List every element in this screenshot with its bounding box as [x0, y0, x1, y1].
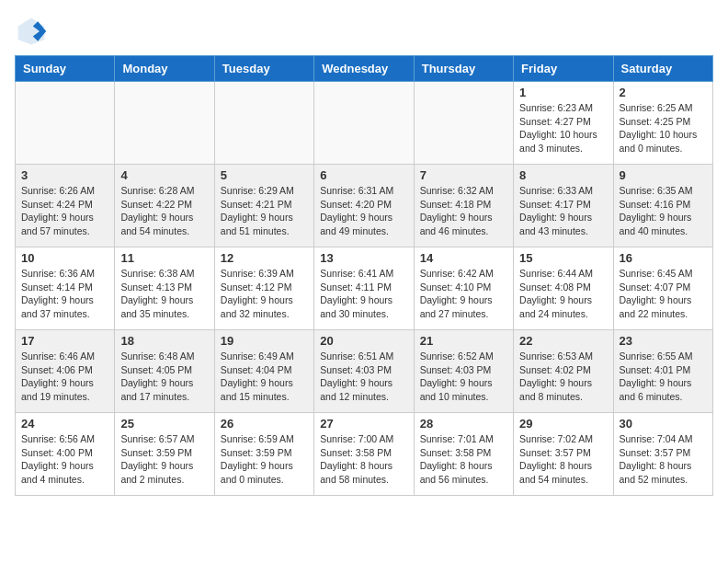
column-header-friday: Friday	[514, 56, 613, 82]
day-cell: 28Sunrise: 7:01 AMSunset: 3:58 PMDayligh…	[414, 413, 513, 496]
day-cell: 27Sunrise: 7:00 AMSunset: 3:58 PMDayligh…	[314, 413, 414, 496]
day-cell: 5Sunrise: 6:29 AMSunset: 4:21 PMDaylight…	[214, 165, 313, 247]
column-header-thursday: Thursday	[414, 56, 513, 82]
day-number: 25	[120, 417, 208, 431]
week-row-3: 10Sunrise: 6:36 AMSunset: 4:14 PMDayligh…	[16, 247, 713, 330]
week-row-5: 24Sunrise: 6:56 AMSunset: 4:00 PMDayligh…	[16, 413, 713, 496]
day-cell: 8Sunrise: 6:33 AMSunset: 4:17 PMDaylight…	[514, 165, 613, 247]
day-cell	[115, 82, 214, 165]
day-cell	[314, 82, 414, 165]
day-number: 3	[21, 168, 108, 182]
day-number: 11	[120, 251, 208, 265]
logo-icon	[15, 15, 48, 48]
day-cell: 4Sunrise: 6:28 AMSunset: 4:22 PMDaylight…	[115, 165, 214, 247]
day-number: 10	[21, 251, 108, 265]
day-cell: 26Sunrise: 6:59 AMSunset: 3:59 PMDayligh…	[214, 413, 313, 496]
day-cell: 22Sunrise: 6:53 AMSunset: 4:02 PMDayligh…	[514, 330, 613, 413]
day-info: Sunrise: 6:36 AMSunset: 4:14 PMDaylight:…	[21, 267, 108, 321]
day-number: 29	[519, 417, 607, 431]
day-info: Sunrise: 6:48 AMSunset: 4:05 PMDaylight:…	[120, 350, 208, 404]
day-number: 27	[320, 417, 407, 431]
day-number: 16	[620, 251, 707, 265]
day-number: 12	[221, 251, 308, 265]
week-row-1: 1Sunrise: 6:23 AMSunset: 4:27 PMDaylight…	[16, 82, 713, 165]
calendar-table: SundayMondayTuesdayWednesdayThursdayFrid…	[15, 55, 713, 496]
day-cell: 7Sunrise: 6:32 AMSunset: 4:18 PMDaylight…	[414, 165, 513, 247]
day-info: Sunrise: 7:00 AMSunset: 3:58 PMDaylight:…	[320, 432, 407, 487]
day-info: Sunrise: 6:23 AMSunset: 4:27 PMDaylight:…	[519, 101, 607, 155]
day-info: Sunrise: 6:25 AMSunset: 4:25 PMDaylight:…	[620, 101, 707, 155]
day-cell	[414, 82, 513, 165]
day-info: Sunrise: 6:31 AMSunset: 4:20 PMDaylight:…	[320, 184, 407, 238]
day-info: Sunrise: 6:52 AMSunset: 4:03 PMDaylight:…	[420, 350, 507, 404]
day-cell: 15Sunrise: 6:44 AMSunset: 4:08 PMDayligh…	[514, 247, 613, 330]
day-info: Sunrise: 6:32 AMSunset: 4:18 PMDaylight:…	[420, 184, 507, 238]
day-info: Sunrise: 6:28 AMSunset: 4:22 PMDaylight:…	[120, 184, 208, 238]
day-cell: 6Sunrise: 6:31 AMSunset: 4:20 PMDaylight…	[314, 165, 414, 247]
day-number: 14	[420, 251, 507, 265]
day-info: Sunrise: 6:44 AMSunset: 4:08 PMDaylight:…	[519, 267, 607, 321]
day-number: 18	[120, 334, 208, 348]
day-info: Sunrise: 6:41 AMSunset: 4:11 PMDaylight:…	[320, 267, 407, 321]
day-info: Sunrise: 6:42 AMSunset: 4:10 PMDaylight:…	[420, 267, 507, 321]
day-number: 15	[519, 251, 607, 265]
day-cell: 10Sunrise: 6:36 AMSunset: 4:14 PMDayligh…	[16, 247, 115, 330]
column-header-saturday: Saturday	[613, 56, 712, 82]
day-info: Sunrise: 6:56 AMSunset: 4:00 PMDaylight:…	[21, 432, 108, 487]
day-number: 4	[120, 168, 208, 182]
day-cell: 1Sunrise: 6:23 AMSunset: 4:27 PMDaylight…	[514, 82, 613, 165]
day-info: Sunrise: 6:46 AMSunset: 4:06 PMDaylight:…	[21, 350, 108, 404]
day-info: Sunrise: 6:57 AMSunset: 3:59 PMDaylight:…	[120, 432, 208, 487]
day-number: 1	[519, 86, 607, 99]
calendar-header-row: SundayMondayTuesdayWednesdayThursdayFrid…	[16, 56, 713, 82]
day-cell: 29Sunrise: 7:02 AMSunset: 3:57 PMDayligh…	[514, 413, 613, 496]
day-info: Sunrise: 6:35 AMSunset: 4:16 PMDaylight:…	[620, 184, 707, 238]
day-number: 7	[420, 168, 507, 182]
day-cell: 14Sunrise: 6:42 AMSunset: 4:10 PMDayligh…	[414, 247, 513, 330]
day-cell: 17Sunrise: 6:46 AMSunset: 4:06 PMDayligh…	[16, 330, 115, 413]
day-cell: 30Sunrise: 7:04 AMSunset: 3:57 PMDayligh…	[613, 413, 712, 496]
day-number: 5	[221, 168, 308, 182]
day-info: Sunrise: 6:53 AMSunset: 4:02 PMDaylight:…	[519, 350, 607, 404]
day-number: 8	[519, 168, 607, 182]
day-number: 24	[21, 417, 108, 431]
day-info: Sunrise: 7:04 AMSunset: 3:57 PMDaylight:…	[620, 432, 707, 487]
day-info: Sunrise: 7:01 AMSunset: 3:58 PMDaylight:…	[420, 432, 507, 487]
day-cell: 9Sunrise: 6:35 AMSunset: 4:16 PMDaylight…	[613, 165, 712, 247]
day-info: Sunrise: 6:45 AMSunset: 4:07 PMDaylight:…	[620, 267, 707, 321]
day-info: Sunrise: 6:55 AMSunset: 4:01 PMDaylight:…	[620, 350, 707, 404]
week-row-4: 17Sunrise: 6:46 AMSunset: 4:06 PMDayligh…	[16, 330, 713, 413]
day-info: Sunrise: 6:39 AMSunset: 4:12 PMDaylight:…	[221, 267, 308, 321]
logo	[15, 15, 51, 48]
day-number: 19	[221, 334, 308, 348]
day-number: 23	[620, 334, 707, 348]
day-cell: 2Sunrise: 6:25 AMSunset: 4:25 PMDaylight…	[613, 82, 712, 165]
day-info: Sunrise: 6:33 AMSunset: 4:17 PMDaylight:…	[519, 184, 607, 238]
day-cell: 24Sunrise: 6:56 AMSunset: 4:00 PMDayligh…	[16, 413, 115, 496]
day-number: 2	[620, 86, 707, 99]
day-cell	[16, 82, 115, 165]
day-cell: 18Sunrise: 6:48 AMSunset: 4:05 PMDayligh…	[115, 330, 214, 413]
column-header-sunday: Sunday	[16, 56, 115, 82]
day-cell: 12Sunrise: 6:39 AMSunset: 4:12 PMDayligh…	[214, 247, 313, 330]
day-info: Sunrise: 6:49 AMSunset: 4:04 PMDaylight:…	[221, 350, 308, 404]
page-header	[15, 15, 713, 48]
day-cell: 16Sunrise: 6:45 AMSunset: 4:07 PMDayligh…	[613, 247, 712, 330]
day-info: Sunrise: 6:29 AMSunset: 4:21 PMDaylight:…	[221, 184, 308, 238]
day-info: Sunrise: 6:38 AMSunset: 4:13 PMDaylight:…	[120, 267, 208, 321]
day-number: 20	[320, 334, 407, 348]
day-number: 17	[21, 334, 108, 348]
day-cell: 21Sunrise: 6:52 AMSunset: 4:03 PMDayligh…	[414, 330, 513, 413]
day-cell: 11Sunrise: 6:38 AMSunset: 4:13 PMDayligh…	[115, 247, 214, 330]
day-number: 22	[519, 334, 607, 348]
day-cell: 20Sunrise: 6:51 AMSunset: 4:03 PMDayligh…	[314, 330, 414, 413]
day-number: 30	[620, 417, 707, 431]
day-number: 28	[420, 417, 507, 431]
day-number: 21	[420, 334, 507, 348]
day-cell: 25Sunrise: 6:57 AMSunset: 3:59 PMDayligh…	[115, 413, 214, 496]
day-number: 13	[320, 251, 407, 265]
day-info: Sunrise: 6:51 AMSunset: 4:03 PMDaylight:…	[320, 350, 407, 404]
column-header-wednesday: Wednesday	[314, 56, 414, 82]
day-cell: 13Sunrise: 6:41 AMSunset: 4:11 PMDayligh…	[314, 247, 414, 330]
day-number: 9	[620, 168, 707, 182]
